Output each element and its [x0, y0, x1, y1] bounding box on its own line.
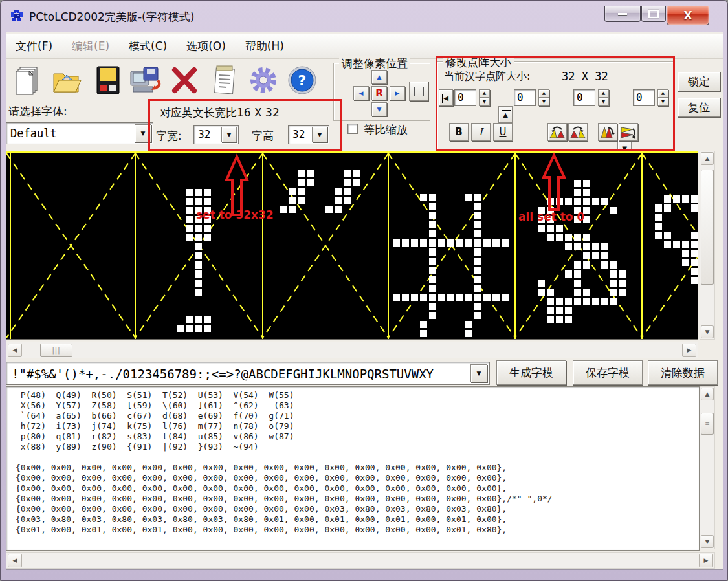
center-button[interactable]: [409, 82, 428, 101]
output-vscrollbar[interactable]: ▲ ≡ ▼: [700, 386, 715, 549]
bold-button[interactable]: B: [449, 123, 469, 141]
scroll-left-button[interactable]: ◀: [8, 344, 22, 357]
edge-top-button[interactable]: ▲: [498, 106, 513, 123]
char-height-dropdown-button[interactable]: ▼: [312, 127, 327, 142]
minimize-button[interactable]: [604, 6, 641, 22]
proportional-scale-checkbox[interactable]: [347, 124, 358, 134]
preview-canvas[interactable]: [6, 151, 698, 340]
charset-dropdown-button[interactable]: ▼: [470, 364, 487, 382]
move-left-button[interactable]: ◀: [353, 86, 369, 100]
ratio-label: 对应英文长宽比16 X 32: [160, 105, 280, 120]
menu-help[interactable]: 帮助(H): [236, 39, 294, 54]
scroll-down-button[interactable]: ▼: [701, 325, 714, 338]
char-height-combobox[interactable]: 32 ▼: [288, 125, 329, 144]
export-icon: [129, 65, 162, 96]
minimize-icon: [618, 13, 627, 15]
down-arrow-icon: ▼: [377, 107, 382, 113]
top-edge-bar-icon: [502, 110, 511, 111]
spin-up-icon[interactable]: ▲: [538, 89, 549, 98]
scroll-right-button[interactable]: ▶: [699, 554, 713, 567]
edge-right-spinner[interactable]: ▲▼: [598, 89, 609, 106]
maximize-button[interactable]: [641, 6, 666, 22]
edge-bottom-spinner[interactable]: ▲▼: [657, 89, 668, 106]
edge-top-spinner[interactable]: ▲▼: [538, 89, 549, 106]
italic-button[interactable]: I: [471, 123, 491, 141]
center-square-icon: [414, 87, 424, 96]
scroll-right-button[interactable]: ▶: [682, 344, 696, 357]
chevron-down-icon: ▼: [227, 132, 232, 138]
preview-hscrollbar[interactable]: ◀ ||| ▶: [6, 342, 698, 358]
rotate-right-button[interactable]: [568, 123, 588, 141]
scroll-thumb[interactable]: |||: [40, 344, 72, 357]
scroll-down-button[interactable]: ▼: [701, 535, 714, 548]
edge-left-button[interactable]: ◀: [439, 89, 453, 106]
menu-mode[interactable]: 模式(C): [119, 39, 177, 54]
generate-button[interactable]: 生成字模: [496, 360, 566, 385]
help-icon: ?: [287, 65, 317, 95]
edge-left-value[interactable]: 0: [454, 89, 476, 106]
spin-down-icon[interactable]: ▼: [538, 98, 549, 106]
rotate-left-button[interactable]: [547, 123, 567, 141]
output-textarea[interactable]: P(48) Q(49) R(50) S(51) T(52) U(53) V(54…: [6, 386, 700, 551]
help-button[interactable]: ?: [285, 63, 319, 98]
right-arrow-icon: ▶: [687, 347, 692, 353]
edge-bottom-value[interactable]: 0: [633, 89, 655, 106]
reset-button[interactable]: 复位: [678, 98, 720, 117]
reset-position-button[interactable]: R: [371, 86, 387, 100]
font-select-dropdown-button[interactable]: ▼: [135, 124, 151, 142]
scroll-up-button[interactable]: ▲: [701, 388, 714, 400]
move-right-button[interactable]: ▶: [390, 86, 405, 100]
spin-up-icon[interactable]: ▲: [479, 89, 490, 98]
char-width-combobox[interactable]: 32 ▼: [193, 125, 239, 144]
proportional-scale-label: 等比缩放: [364, 122, 408, 137]
left-arrow-icon: ◀: [13, 347, 17, 353]
spin-down-icon[interactable]: ▼: [479, 98, 490, 106]
menu-file[interactable]: 文件(F): [6, 39, 62, 54]
export-button[interactable]: [129, 63, 162, 98]
close-button[interactable]: X: [667, 6, 709, 25]
scroll-up-button[interactable]: ▲: [701, 152, 714, 165]
save-model-button[interactable]: 保存字模: [573, 360, 643, 385]
underline-label: U: [500, 126, 507, 138]
rotate-right-icon: [569, 125, 586, 139]
menu-edit[interactable]: 编辑(E): [62, 39, 119, 54]
output-hscrollbar[interactable]: ◀ ▶: [6, 552, 715, 569]
output-line: p(80) q(81) r(82) s(83) t(84) u(85) v(86…: [16, 432, 699, 442]
move-up-button[interactable]: ▲: [371, 70, 387, 84]
charset-combobox[interactable]: !"#$%&'()*+,-./0123456789:;<=>?@ABCDEFGH…: [6, 362, 490, 385]
flip-horizontal-button[interactable]: [619, 123, 638, 141]
edge-right-value[interactable]: 0: [573, 89, 595, 106]
open-button[interactable]: [50, 63, 83, 98]
save-button[interactable]: [91, 63, 125, 98]
menu-options[interactable]: 选项(O): [177, 39, 236, 54]
move-down-button[interactable]: ▼: [371, 102, 387, 116]
chevron-down-icon: ▼: [477, 371, 481, 377]
title-bar[interactable]: PCtoLCD2002完美版-(字符模式) X: [1, 1, 728, 32]
clear-data-button[interactable]: 清除数据: [648, 360, 718, 385]
edge-left-spinner[interactable]: ▲▼: [479, 89, 490, 106]
delete-button[interactable]: [168, 63, 201, 98]
edge-top-value[interactable]: 0: [514, 89, 536, 106]
preview-vscrollbar[interactable]: ▲ ▼: [700, 151, 715, 340]
app-icon: [10, 9, 24, 23]
settings-button[interactable]: [247, 63, 280, 98]
font-select-combobox[interactable]: Default ▼: [6, 122, 153, 144]
new-button[interactable]: [10, 63, 43, 98]
report-button[interactable]: [208, 63, 241, 98]
delete-x-icon: [170, 66, 199, 94]
output-line: x(88) y(89) z(90) {(91) |(92) }(93) ~(94…: [16, 442, 699, 452]
current-size-value: 32 X 32: [562, 70, 608, 83]
flip-vertical-button[interactable]: [598, 123, 617, 141]
scroll-left-button[interactable]: ◀: [8, 554, 22, 567]
char-width-dropdown-button[interactable]: ▼: [221, 127, 237, 142]
output-line: {0x00, 0x00, 0x00, 0x00, 0x00, 0x00, 0x0…: [16, 494, 699, 504]
spin-down-icon[interactable]: ▼: [657, 98, 668, 106]
scroll-thumb[interactable]: [701, 170, 714, 285]
spin-down-icon[interactable]: ▼: [598, 98, 609, 106]
spin-up-icon[interactable]: ▲: [598, 89, 609, 98]
current-size-label: 当前汉字点阵大小:: [444, 70, 530, 83]
underline-button[interactable]: U: [493, 123, 513, 141]
lock-button[interactable]: 锁定: [678, 72, 720, 91]
spin-up-icon[interactable]: ▲: [657, 89, 668, 98]
scroll-thumb[interactable]: ≡: [701, 413, 714, 435]
